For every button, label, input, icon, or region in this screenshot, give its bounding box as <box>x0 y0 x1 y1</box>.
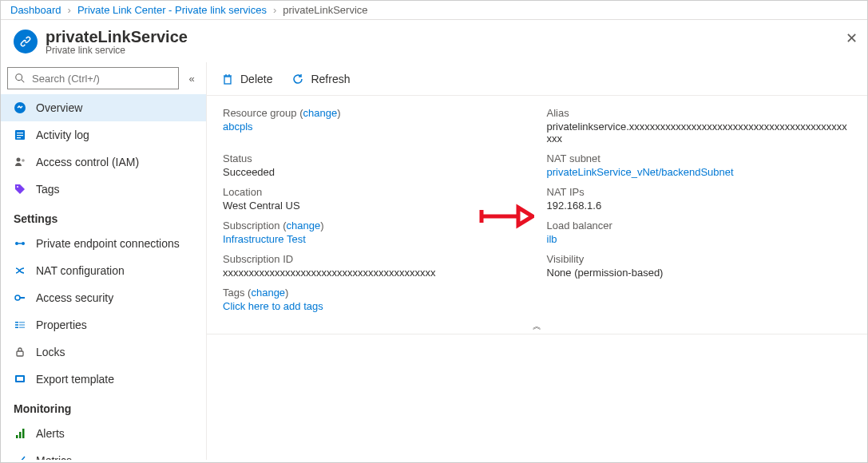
chevron-right-icon: › <box>68 4 71 16</box>
visibility-value: None (permission-based) <box>547 267 852 279</box>
svg-rect-23 <box>17 377 23 381</box>
security-icon <box>14 291 26 304</box>
field-tags: Tags (change) Click here to add tags <box>223 287 528 312</box>
sidebar: « Overview Activity log Access contr <box>1 62 207 460</box>
field-location: Location West Central US <box>223 186 528 212</box>
refresh-icon <box>291 73 304 85</box>
field-nat-ips: NAT IPs 192.168.1.6 <box>547 186 852 212</box>
field-subscription: Subscription (change) Infrastructure Tes… <box>223 220 528 245</box>
alerts-icon <box>14 427 26 440</box>
svg-point-13 <box>15 295 20 300</box>
change-subscription-link[interactable]: change <box>287 220 321 232</box>
nav: Overview Activity log Access control (IA… <box>1 94 206 460</box>
properties-icon <box>14 319 26 331</box>
sidebar-item-alerts[interactable]: Alerts <box>1 420 206 447</box>
svg-rect-16 <box>19 322 25 323</box>
sidebar-item-label: Overview <box>36 101 82 114</box>
sidebar-group-monitoring: Monitoring <box>1 393 206 420</box>
nat-subnet-value[interactable]: privateLinkService_vNet/backendSubnet <box>547 166 852 178</box>
svg-rect-17 <box>15 324 18 326</box>
collapse-sidebar-button[interactable]: « <box>184 67 200 89</box>
sidebar-item-private-endpoint-connections[interactable]: Private endpoint connections <box>1 230 206 257</box>
change-resource-group-link[interactable]: change <box>303 107 337 119</box>
field-nat-subnet: NAT subnet privateLinkService_vNet/backe… <box>547 152 852 178</box>
collapse-details-button[interactable]: ︽ <box>207 319 867 334</box>
svg-rect-6 <box>17 137 21 138</box>
sidebar-item-label: Locks <box>36 346 65 358</box>
change-tags-link[interactable]: change <box>251 287 285 299</box>
overview-icon <box>14 101 26 114</box>
tags-value[interactable]: Click here to add tags <box>223 300 528 312</box>
breadcrumb-dashboard[interactable]: Dashboard <box>10 4 61 16</box>
search-box[interactable] <box>7 67 179 89</box>
search-input[interactable] <box>30 72 172 85</box>
breadcrumb-current: privateLinkService <box>283 4 367 16</box>
sidebar-item-export-template[interactable]: Export template <box>1 366 206 393</box>
sidebar-item-label: Access control (IAM) <box>36 156 139 168</box>
sidebar-item-tags[interactable]: Tags <box>1 176 206 203</box>
delete-label: Delete <box>240 73 272 85</box>
pec-icon <box>14 237 26 250</box>
sidebar-item-label: Alerts <box>36 427 65 440</box>
tags-icon <box>14 183 26 196</box>
details-grid: Resource group (change) abcpls Alias pri… <box>207 96 867 319</box>
sidebar-item-access-security[interactable]: Access security <box>1 284 206 311</box>
sidebar-item-activity-log[interactable]: Activity log <box>1 121 206 148</box>
resource-group-value[interactable]: abcpls <box>223 121 528 133</box>
sidebar-item-iam[interactable]: Access control (IAM) <box>1 148 206 176</box>
chevron-right-icon: › <box>273 4 276 16</box>
sidebar-item-properties[interactable]: Properties <box>1 311 206 338</box>
refresh-label: Refresh <box>311 73 350 85</box>
svg-rect-20 <box>19 327 25 329</box>
page-subtitle: Private link service <box>46 45 188 56</box>
subscription-value[interactable]: Infrastructure Test <box>223 233 528 245</box>
svg-rect-4 <box>17 133 23 133</box>
delete-icon <box>221 73 234 85</box>
svg-point-8 <box>22 159 25 162</box>
svg-point-10 <box>15 242 18 245</box>
close-button[interactable]: ✕ <box>846 30 858 47</box>
svg-rect-18 <box>19 324 25 326</box>
alias-value: privatelinkservice.xxxxxxxxxxxxxxxxxxxxx… <box>547 121 852 144</box>
sidebar-group-settings: Settings <box>1 203 206 230</box>
command-bar: Delete Refresh <box>207 62 867 96</box>
svg-point-7 <box>17 158 21 162</box>
svg-point-9 <box>17 186 18 188</box>
svg-rect-19 <box>15 327 18 329</box>
svg-rect-27 <box>224 77 231 84</box>
delete-button[interactable]: Delete <box>213 68 280 90</box>
field-load-balancer: Load balancer ilb <box>547 220 852 245</box>
location-value: West Central US <box>223 200 528 212</box>
svg-rect-26 <box>22 429 25 438</box>
field-subscription-id: Subscription ID xxxxxxxxxxxxxxxxxxxxxxxx… <box>223 253 528 279</box>
private-link-icon <box>14 30 38 53</box>
field-alias: Alias privatelinkservice.xxxxxxxxxxxxxxx… <box>547 107 852 144</box>
sidebar-item-metrics[interactable]: Metrics <box>1 447 206 460</box>
sidebar-item-label: Private endpoint connections <box>36 237 180 250</box>
sidebar-item-overview[interactable]: Overview <box>1 94 206 121</box>
export-icon <box>14 373 26 386</box>
svg-point-11 <box>22 242 25 245</box>
svg-rect-24 <box>16 435 18 438</box>
sidebar-item-label: Access security <box>36 291 113 304</box>
breadcrumb: Dashboard › Private Link Center - Privat… <box>1 1 867 20</box>
sidebar-item-label: Properties <box>36 319 87 331</box>
search-icon <box>14 73 26 84</box>
sidebar-item-locks[interactable]: Locks <box>1 338 206 366</box>
page-title: privateLinkService <box>46 28 188 46</box>
load-balancer-value[interactable]: ilb <box>547 233 852 245</box>
sidebar-item-nat-configuration[interactable]: NAT configuration <box>1 257 206 284</box>
refresh-button[interactable]: Refresh <box>283 68 358 90</box>
main-panel: Delete Refresh Resource group (change) a… <box>207 62 867 460</box>
breadcrumb-private-link-center[interactable]: Private Link Center - Private link servi… <box>77 4 267 16</box>
svg-point-0 <box>16 74 22 81</box>
svg-rect-5 <box>17 135 23 136</box>
lock-icon <box>14 346 26 358</box>
field-resource-group: Resource group (change) abcpls <box>223 107 528 144</box>
svg-rect-14 <box>20 297 25 299</box>
field-visibility: Visibility None (permission-based) <box>547 253 852 279</box>
activity-log-icon <box>14 129 26 141</box>
svg-line-1 <box>22 80 25 83</box>
sidebar-item-label: Export template <box>36 373 114 386</box>
svg-rect-15 <box>15 322 18 323</box>
